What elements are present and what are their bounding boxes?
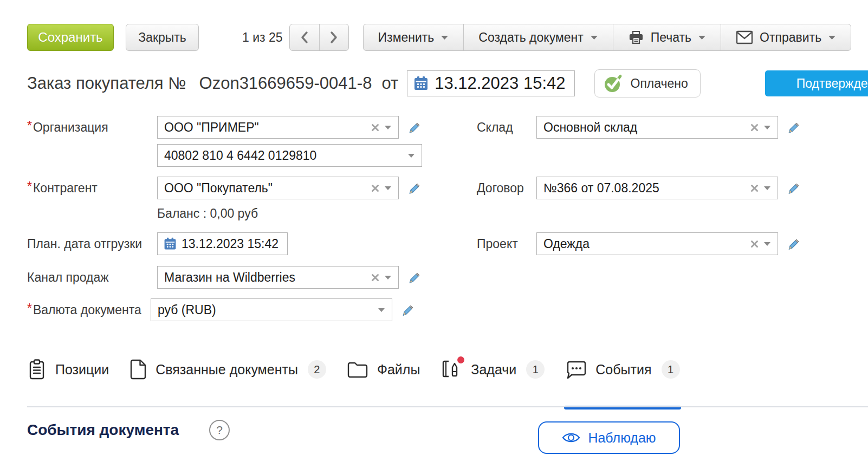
- chevron-right-icon: [328, 30, 339, 44]
- chevron-down-icon[interactable]: [407, 153, 415, 158]
- counterparty-label: *Контрагент: [27, 181, 98, 196]
- confirmed-status-button[interactable]: Подтвержден: [765, 70, 868, 96]
- bank-account-value: 40802 810 4 6442 0129810: [164, 148, 403, 163]
- help-icon[interactable]: ?: [209, 420, 230, 440]
- organization-input[interactable]: ООО "ПРИМЕР": [157, 116, 399, 139]
- calendar-icon: [163, 237, 177, 251]
- notification-dot: [457, 356, 464, 363]
- watch-button-label: Наблюдаю: [588, 430, 656, 446]
- next-record-button[interactable]: [319, 24, 348, 50]
- contract-value: №366 от 07.08.2025: [543, 181, 746, 196]
- check-circle-icon: [603, 73, 624, 94]
- edit-pencil-icon[interactable]: [405, 120, 420, 135]
- edit-menu-button[interactable]: Изменить: [364, 24, 464, 50]
- tab-tasks[interactable]: Задачи 1: [441, 359, 545, 380]
- tab-linked-documents-badge: 2: [308, 360, 326, 379]
- tab-positions[interactable]: Позиции: [27, 359, 109, 380]
- tab-tasks-label: Задачи: [471, 362, 516, 378]
- clear-icon[interactable]: [750, 123, 759, 132]
- sales-channel-input[interactable]: Магазин на Wildberries: [157, 266, 399, 289]
- chevron-down-icon[interactable]: [763, 186, 771, 191]
- clear-icon[interactable]: [371, 184, 379, 192]
- calendar-icon: [413, 75, 429, 92]
- edit-pencil-icon[interactable]: [405, 270, 420, 285]
- chevron-down-icon: [441, 35, 449, 40]
- tab-files[interactable]: Файлы: [347, 360, 420, 379]
- pager-counter: 1 из 25: [242, 30, 283, 45]
- tab-linked-documents[interactable]: Связанные документы 2: [129, 359, 326, 380]
- toolbar: Сохранить Закрыть 1 из 25 Изменить Созда…: [27, 24, 851, 51]
- bank-account-select[interactable]: 40802 810 4 6442 0129810: [157, 144, 422, 167]
- record-navigation: [289, 24, 349, 51]
- contract-label: Договор: [477, 181, 524, 196]
- chevron-down-icon: [590, 35, 598, 40]
- chevron-left-icon: [299, 30, 310, 44]
- print-menu-button[interactable]: Печать: [613, 24, 721, 50]
- tab-events-badge: 1: [662, 360, 680, 379]
- document-date-input[interactable]: 13.12.2023 15:42: [407, 70, 574, 96]
- warehouse-label: Склад: [477, 120, 513, 135]
- tab-events-label: События: [595, 362, 651, 378]
- watch-button[interactable]: Наблюдаю: [538, 421, 680, 454]
- counterparty-value: ООО "Покупатель": [164, 181, 366, 196]
- document-header: Заказ покупателя № Ozon31669659-0041-8 о…: [27, 69, 701, 98]
- events-icon: [565, 359, 587, 380]
- edit-pencil-icon[interactable]: [785, 236, 800, 251]
- tab-positions-label: Позиции: [55, 362, 109, 378]
- required-asterisk: *: [27, 301, 32, 315]
- currency-value: руб (RUB): [158, 303, 373, 317]
- close-button[interactable]: Закрыть: [126, 24, 199, 51]
- ship-date-value: 13.12.2023 15:42: [182, 237, 282, 251]
- warehouse-input[interactable]: Основной склад: [536, 116, 778, 139]
- eye-icon: [562, 431, 580, 444]
- document-tabs: Позиции Связанные документы 2 Файлы Зада…: [27, 358, 701, 381]
- clear-icon[interactable]: [371, 274, 379, 282]
- warehouse-value: Основной склад: [543, 120, 746, 135]
- required-asterisk: *: [27, 179, 32, 193]
- folder-icon: [347, 360, 368, 379]
- document-number: Ozon31669659-0041-8: [199, 74, 372, 93]
- edit-pencil-icon[interactable]: [785, 180, 800, 196]
- clear-icon[interactable]: [371, 123, 379, 132]
- chevron-down-icon: [828, 35, 836, 40]
- document-date-value: 13.12.2023 15:42: [435, 74, 565, 93]
- chevron-down-icon: [698, 35, 706, 40]
- clear-icon[interactable]: [750, 184, 759, 192]
- chevron-down-icon[interactable]: [384, 125, 392, 130]
- ship-date-input[interactable]: 13.12.2023 15:42: [157, 232, 288, 255]
- chevron-down-icon[interactable]: [763, 125, 771, 130]
- counterparty-input[interactable]: ООО "Покупатель": [157, 177, 399, 199]
- organization-label: *Организация: [27, 120, 108, 135]
- from-label: от: [381, 74, 398, 93]
- document-icon: [129, 359, 147, 380]
- create-document-menu-label: Создать документ: [478, 30, 583, 45]
- tab-events[interactable]: События 1: [565, 359, 679, 380]
- ship-date-label: План. дата отгрузки: [27, 237, 142, 251]
- project-label: Проект: [477, 237, 518, 251]
- chevron-down-icon[interactable]: [378, 308, 385, 313]
- project-input[interactable]: Одежда: [536, 232, 778, 255]
- chevron-down-icon[interactable]: [384, 186, 392, 191]
- chevron-down-icon[interactable]: [384, 275, 392, 280]
- page-title: Заказ покупателя №: [27, 74, 186, 93]
- toolbar-menu: Изменить Создать документ Печать Отправи…: [363, 24, 852, 51]
- currency-select[interactable]: руб (RUB): [151, 298, 392, 321]
- currency-label: *Валюта документа: [27, 303, 141, 317]
- send-menu-button[interactable]: Отправить: [721, 24, 851, 50]
- previous-record-button[interactable]: [290, 24, 319, 50]
- clear-icon[interactable]: [750, 240, 759, 248]
- tabs-divider: [27, 406, 868, 407]
- print-menu-label: Печать: [651, 30, 691, 45]
- edit-pencil-icon[interactable]: [785, 120, 800, 135]
- create-document-menu-button[interactable]: Создать документ: [463, 24, 612, 50]
- tab-files-label: Файлы: [377, 362, 420, 378]
- contract-input[interactable]: №366 от 07.08.2025: [536, 177, 778, 199]
- edit-pencil-icon[interactable]: [405, 180, 420, 196]
- edit-menu-label: Изменить: [378, 30, 435, 45]
- edit-pencil-icon[interactable]: [399, 302, 414, 317]
- printer-icon: [628, 29, 644, 46]
- clipboard-icon: [27, 359, 47, 380]
- save-button[interactable]: Сохранить: [27, 24, 114, 51]
- chevron-down-icon[interactable]: [763, 242, 771, 246]
- tab-tasks-badge: 1: [526, 360, 545, 379]
